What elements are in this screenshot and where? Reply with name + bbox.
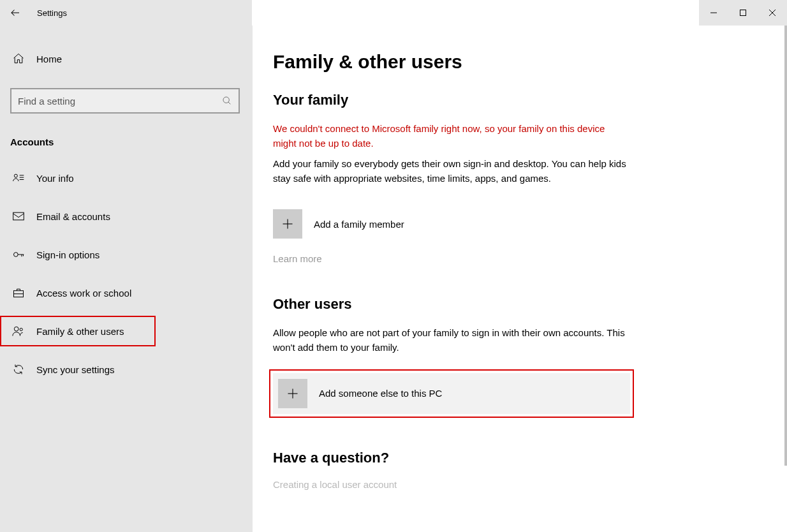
back-button[interactable] [0,0,31,26]
family-heading: Your family [273,92,787,108]
sidebar: Home Accounts Your info Email & accounts [0,26,253,532]
svg-point-11 [14,253,18,257]
email-icon [12,210,25,223]
home-nav[interactable]: Home [0,45,253,73]
person-card-icon [12,172,25,184]
sidebar-item-label: Sign-in options [36,249,99,260]
search-box[interactable] [10,88,240,114]
other-users-heading: Other users [273,296,787,313]
svg-point-14 [14,327,18,331]
add-someone-label: Add someone else to this PC [319,388,442,399]
sidebar-item-signin[interactable]: Sign-in options [0,239,253,270]
minimize-button[interactable] [699,3,728,23]
add-someone-else-button[interactable]: Add someone else to this PC [273,373,630,414]
search-icon [222,96,232,106]
svg-point-15 [20,328,22,330]
sidebar-item-your-info[interactable]: Your info [0,163,253,193]
scrollbar-thumb[interactable] [784,26,787,466]
sidebar-item-label: Email & accounts [36,211,110,222]
add-family-label: Add a family member [314,219,404,230]
sidebar-item-label: Your info [36,173,74,184]
svg-rect-10 [13,212,24,220]
add-family-member-button[interactable]: Add a family member [273,203,630,244]
key-icon [12,248,25,261]
sidebar-item-label: Access work or school [36,288,131,299]
sidebar-item-sync[interactable]: Sync your settings [0,354,253,385]
minimize-icon [710,9,717,17]
search-input[interactable] [18,96,209,107]
sidebar-item-label: Sync your settings [36,364,115,375]
maximize-icon [739,9,747,17]
sync-icon [12,363,25,376]
family-error-text: We couldn't connect to Microsoft family … [273,121,630,151]
main-content: Family & other users Your family We coul… [253,26,787,532]
svg-point-4 [223,97,229,103]
maximize-button[interactable] [728,3,758,23]
plus-icon [278,379,307,408]
people-icon [12,325,25,337]
close-icon [769,9,776,17]
other-users-description: Allow people who are not part of your fa… [273,325,630,355]
close-button[interactable] [758,3,787,23]
category-heading: Accounts [0,137,253,147]
help-link[interactable]: Creating a local user account [273,479,787,490]
briefcase-icon [12,286,25,299]
scrollbar[interactable] [784,26,787,532]
sidebar-item-label: Family & other users [36,326,124,337]
page-title: Family & other users [273,51,787,73]
svg-line-5 [228,102,230,104]
home-icon [12,52,25,65]
svg-rect-1 [740,10,746,16]
plus-icon [273,209,302,239]
family-description: Add your family so everybody gets their … [273,156,630,186]
help-heading: Have a question? [273,450,787,466]
window-title: Settings [37,8,67,18]
arrow-left-icon [10,7,21,18]
home-label: Home [36,54,62,64]
sidebar-item-access-work[interactable]: Access work or school [0,277,253,308]
sidebar-item-email[interactable]: Email & accounts [0,201,253,232]
sidebar-item-family[interactable]: Family & other users [0,316,156,346]
svg-point-6 [14,174,17,177]
learn-more-link[interactable]: Learn more [273,253,787,264]
